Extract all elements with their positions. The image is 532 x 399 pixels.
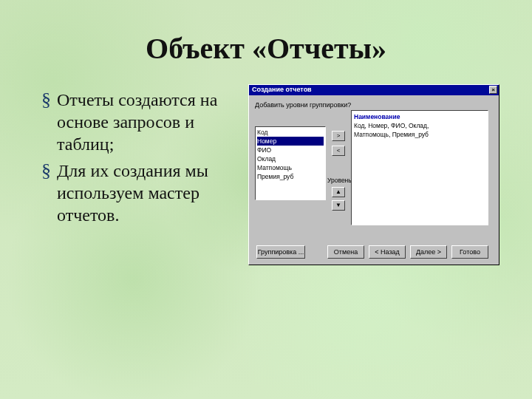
remove-level-button[interactable]: < xyxy=(332,146,345,156)
window-title: Создание отчетов xyxy=(252,86,312,93)
bullet-list: § Отчеты создаются на основе запросов и … xyxy=(41,89,233,231)
available-fields-list[interactable]: Код Номер ФИО Оклад Матпомощь Премия_руб xyxy=(255,126,326,200)
add-level-button[interactable]: > xyxy=(332,131,345,141)
list-item[interactable]: Премия_руб xyxy=(257,172,324,181)
list-item[interactable]: Матпомощь xyxy=(257,163,324,172)
move-up-button[interactable]: ▲ xyxy=(332,187,345,197)
wizard-prompt: Добавить уровни группировки? xyxy=(255,101,351,109)
bullet-text: Отчеты создаются на основе запросов и та… xyxy=(57,89,233,155)
move-down-button[interactable]: ▼ xyxy=(332,200,345,211)
back-button[interactable]: < Назад xyxy=(369,245,406,259)
cancel-button[interactable]: Отмена xyxy=(327,245,364,259)
report-wizard-window: Создание отчетов × Добавить уровни групп… xyxy=(248,84,499,265)
section-mark-icon: § xyxy=(41,89,51,111)
preview-header: Наименование xyxy=(354,112,485,121)
list-item[interactable]: Номер xyxy=(257,137,324,146)
bullet-item: § Для их создания мы используем мастер о… xyxy=(41,160,233,226)
finish-button[interactable]: Готово xyxy=(451,245,488,259)
bullet-text: Для их создания мы используем мастер отч… xyxy=(57,160,233,226)
section-mark-icon: § xyxy=(41,160,51,182)
preview-line: Матпомощь, Премия_руб xyxy=(354,130,485,139)
grouping-options-button[interactable]: Группировка ... xyxy=(256,245,305,259)
grouping-preview: Наименование Код, Номер, ФИО, Оклад, Мат… xyxy=(351,110,488,225)
close-icon[interactable]: × xyxy=(489,86,497,94)
list-item[interactable]: ФИО xyxy=(257,146,324,154)
bullet-item: § Отчеты создаются на основе запросов и … xyxy=(41,89,233,155)
list-item[interactable]: Код xyxy=(257,128,324,137)
preview-line: Код, Номер, ФИО, Оклад, xyxy=(354,121,485,130)
slide-title: Объект «Отчеты» xyxy=(0,31,532,66)
level-label: Уровень xyxy=(327,177,352,184)
next-button[interactable]: Далее > xyxy=(410,245,447,259)
list-item[interactable]: Оклад xyxy=(257,154,324,163)
window-titlebar[interactable]: Создание отчетов × xyxy=(249,85,499,95)
